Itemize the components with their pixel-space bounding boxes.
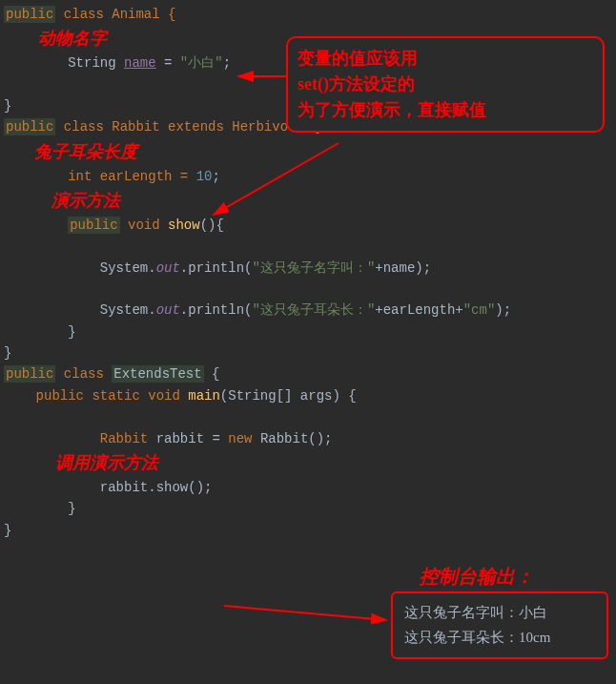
svg-line-2 xyxy=(224,606,386,620)
output-title: 控制台输出： xyxy=(420,561,534,591)
annotation-box-set: 变量的值应该用 set()方法设定的 为了方便演示，直接赋值 xyxy=(286,36,605,133)
keyword-public: public xyxy=(4,6,55,23)
annotation-call: 调用演示方法 xyxy=(4,449,616,477)
annotation-ear: 兔子耳朵长度 xyxy=(4,138,616,166)
annotation-show: 演示方法 xyxy=(4,187,616,215)
keyword-public: public xyxy=(68,217,119,234)
output-box: 这只兔子名字叫：小白 这只兔子耳朵长：10cm xyxy=(391,591,608,659)
keyword-public: public xyxy=(4,118,55,135)
keyword-public: public xyxy=(4,365,55,383)
field-name: name xyxy=(124,55,156,71)
